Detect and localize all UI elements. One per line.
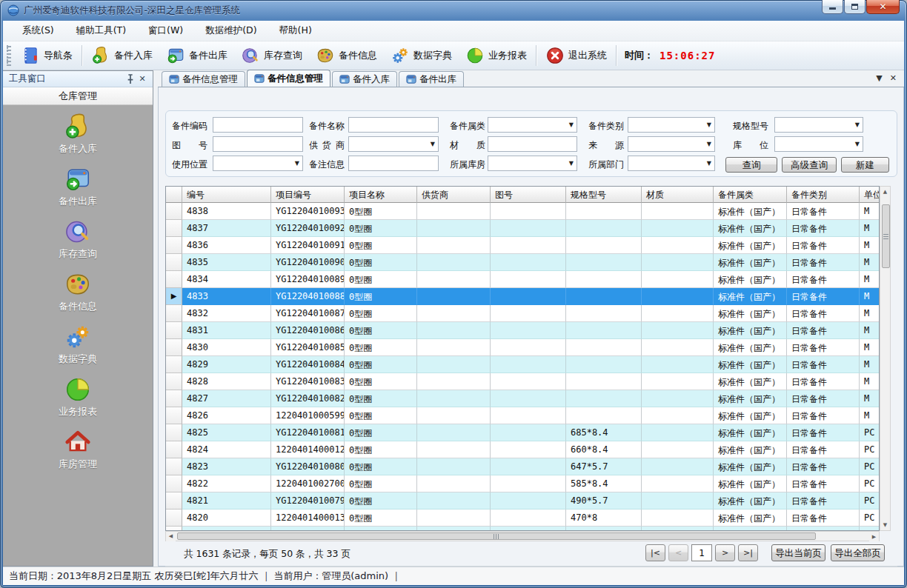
column-header-0[interactable]: 编号: [182, 187, 271, 203]
sidebar-item-stock-query[interactable]: 库存查询: [59, 218, 97, 261]
row-selector[interactable]: [166, 475, 182, 492]
row-selector[interactable]: [166, 237, 182, 254]
column-header-9[interactable]: 单位: [860, 187, 880, 203]
row-selector[interactable]: [166, 390, 182, 407]
column-header-5[interactable]: 规格型号: [566, 187, 642, 203]
last-page-button[interactable]: >|: [738, 544, 758, 561]
search-input-0-1[interactable]: [348, 117, 439, 133]
row-selector-current[interactable]: ▶: [166, 288, 182, 305]
row-selector[interactable]: [166, 339, 182, 356]
sidebar-item-report[interactable]: 业务报表: [59, 375, 97, 418]
toolbar-grip[interactable]: [7, 45, 11, 66]
pin-icon[interactable]: [124, 73, 136, 85]
vertical-scrollbar-thumb[interactable]: [882, 204, 890, 268]
search-input-1-2[interactable]: [488, 136, 577, 152]
row-selector[interactable]: [166, 424, 182, 441]
row-selector[interactable]: [166, 220, 182, 237]
table-row[interactable]: 4825YG122040100810型圈685*8.4标准件（国产）日常备件PC: [166, 424, 879, 441]
tab-0[interactable]: 备件信息管理: [162, 71, 245, 87]
search-select-1-1[interactable]: ▼: [348, 136, 439, 152]
table-row[interactable]: 482012204014000130型圈470*8标准件（国产）日常备件PC: [166, 510, 879, 527]
table-row[interactable]: 4837YG122040100920型圈标准件（国产）日常备件M: [166, 220, 879, 237]
table-row[interactable]: 4830YG122040100850型圈标准件（国产）日常备件M: [166, 339, 879, 356]
export-all-pages-button[interactable]: 导出全部页: [831, 544, 885, 561]
table-row[interactable]: 4823YG122040100800型圈647*5.7标准件（国产）日常备件PC: [166, 458, 879, 475]
toolbar-button-exit[interactable]: 退出系统: [539, 44, 614, 67]
row-selector[interactable]: [166, 322, 182, 339]
search-select-0-3[interactable]: ▼: [628, 117, 715, 133]
advanced-query-button[interactable]: 高级查询: [782, 157, 837, 173]
menu-item-2[interactable]: 窗口(W): [139, 21, 192, 40]
tab-3[interactable]: 备件出库: [399, 71, 464, 87]
table-row[interactable]: 4838YG122040100930型圈标准件（国产）日常备件M: [166, 203, 879, 220]
tab-list-dropdown-icon[interactable]: ▼: [876, 73, 882, 84]
sidebar-item-data-dict[interactable]: 数据字典: [59, 323, 97, 366]
table-row-selected[interactable]: ▶4833YG122040100880型圈标准件（国产）日常备件M: [166, 288, 879, 305]
sidebar-item-parts-out[interactable]: 备件出库: [59, 165, 97, 208]
table-row[interactable]: 4829YG122040100840型圈标准件（国产）日常备件M: [166, 356, 879, 373]
search-select-0-2[interactable]: ▼: [488, 117, 577, 133]
tab-close-icon[interactable]: ✕: [890, 73, 897, 84]
search-select-1-4[interactable]: ▼: [774, 136, 863, 152]
search-input-0-0[interactable]: [213, 117, 303, 133]
row-selector[interactable]: [166, 356, 182, 373]
row-selector[interactable]: [166, 271, 182, 288]
prev-page-button[interactable]: <: [668, 544, 688, 561]
row-selector[interactable]: [166, 441, 182, 458]
first-page-button[interactable]: |<: [645, 544, 665, 561]
table-row[interactable]: 4836YG122040100910型圈标准件（国产）日常备件M: [166, 237, 879, 254]
export-current-page-button[interactable]: 导出当前页: [771, 544, 825, 561]
table-row[interactable]: 4831YG122040100860型圈标准件（国产）日常备件M: [166, 322, 879, 339]
row-selector[interactable]: [166, 492, 182, 510]
tab-1[interactable]: 备件信息管理: [247, 70, 330, 87]
column-header-4[interactable]: 图号: [491, 187, 566, 203]
scroll-up-icon[interactable]: ▲: [880, 187, 890, 197]
toolbar-button-parts-in[interactable]: 备件入库: [84, 44, 159, 67]
minimize-button[interactable]: [822, 0, 843, 14]
row-selector[interactable]: [166, 254, 182, 271]
sidebar-item-home[interactable]: 库房管理: [59, 428, 97, 471]
toolbar-button-report[interactable]: 业务报表: [459, 44, 534, 67]
row-selector[interactable]: [166, 407, 182, 424]
close-button[interactable]: ✕: [866, 0, 900, 14]
sidebar-item-parts-info[interactable]: 备件信息: [59, 270, 97, 313]
column-header-8[interactable]: 备件类别: [787, 187, 860, 203]
row-selector[interactable]: [166, 458, 182, 475]
warehouse-section-header[interactable]: 仓库管理: [3, 87, 153, 105]
toolbar-button-data-dict[interactable]: 数据字典: [384, 44, 459, 67]
column-header-2[interactable]: 项目名称: [345, 187, 417, 203]
horizontal-scrollbar[interactable]: ◀ ▶: [165, 531, 880, 541]
sidebar-item-parts-in[interactable]: 备件入库: [59, 113, 97, 156]
search-input-1-0[interactable]: [213, 136, 303, 152]
panel-close-icon[interactable]: ✕: [136, 73, 148, 85]
search-select-1-3[interactable]: ▼: [628, 136, 715, 152]
horizontal-scrollbar-thumb[interactable]: [177, 532, 816, 540]
toolbar-button-stock-query[interactable]: 库存查询: [234, 44, 309, 67]
search-select-0-4[interactable]: ▼: [774, 117, 863, 133]
table-row[interactable]: 4821YG122040100790型圈490*5.7标准件（国产）日常备件PC: [166, 492, 879, 510]
row-selector[interactable]: [166, 203, 182, 220]
new-button[interactable]: 新建: [841, 157, 889, 173]
menu-item-0[interactable]: 系统(S): [13, 21, 63, 40]
menu-item-3[interactable]: 数据维护(D): [196, 21, 265, 40]
column-header-3[interactable]: 供货商: [417, 187, 491, 203]
row-selector[interactable]: [166, 373, 182, 390]
table-row[interactable]: 4827YG122040100820型圈标准件（国产）日常备件M: [166, 390, 879, 407]
next-page-button[interactable]: >: [715, 544, 735, 561]
menu-item-1[interactable]: 辅助工具(T): [67, 21, 135, 40]
row-selector[interactable]: [166, 510, 182, 527]
table-row[interactable]: 4832YG122040100870型圈标准件（国产）日常备件M: [166, 305, 879, 322]
toolbar-button-notebook[interactable]: 导航条: [14, 44, 79, 67]
column-header-7[interactable]: 备件属类: [714, 187, 787, 203]
column-header-1[interactable]: 项目编号: [271, 187, 345, 203]
maximize-button[interactable]: [844, 0, 866, 14]
title-bar[interactable]: 广州爱奇迪软件科技有限公司-深田之星仓库管理系统 ✕: [0, 0, 907, 21]
tab-2[interactable]: 备件入库: [332, 71, 397, 87]
table-row[interactable]: 4828YG122040100830型圈标准件（国产）日常备件M: [166, 373, 879, 390]
scroll-down-icon[interactable]: ▼: [880, 520, 890, 530]
scroll-left-icon[interactable]: ◀: [166, 532, 176, 541]
table-row[interactable]: 482612204010005990型圈标准件（国产）日常备件M: [166, 407, 879, 424]
scroll-right-icon[interactable]: ▶: [869, 532, 879, 541]
row-selector[interactable]: [166, 305, 182, 322]
column-header-6[interactable]: 材质: [642, 187, 714, 203]
